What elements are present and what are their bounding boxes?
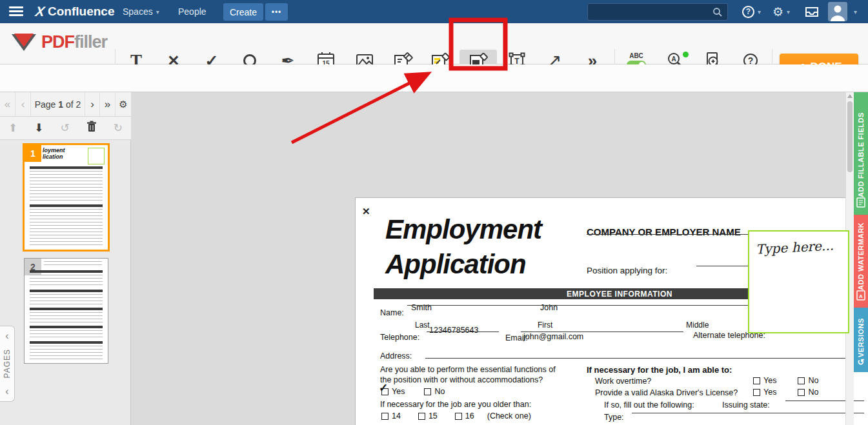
mini-section-bar — [30, 290, 103, 292]
page-number-badge: 1 — [25, 145, 41, 162]
chevron-down-icon: ▾ — [787, 8, 790, 15]
mini-section-bar — [30, 166, 103, 169]
question-functions-2: the position with or without accommodati… — [380, 375, 543, 384]
fillable-fields-icon — [856, 197, 865, 210]
mini-section-bar — [30, 341, 103, 344]
email-value[interactable]: john@gmail.com — [523, 332, 583, 341]
page-navigation: « ‹ Page 1 of 2 › » ⚙ — [0, 92, 131, 117]
confluence-logo[interactable]: X Confluence — [35, 4, 114, 19]
tab-add-watermark[interactable]: ADD WATERMARK A — [854, 215, 868, 308]
first-page-button[interactable]: « — [0, 92, 15, 116]
notifications-tray[interactable] — [805, 0, 819, 23]
mini-text-lines — [44, 261, 102, 268]
options-bar: ↶ ↷ To enter data on this form, click an… — [0, 64, 868, 92]
person-icon — [828, 2, 847, 21]
chevron-down-icon: ▾ — [854, 8, 857, 15]
document-title: Employment Application — [385, 212, 541, 282]
page-thumbnail-2[interactable]: 2 — [24, 258, 108, 364]
issuing-state-label: Issuing state: — [722, 400, 770, 410]
first-caption: First — [538, 321, 552, 330]
nav-spaces[interactable]: Spaces▾ — [123, 0, 159, 23]
position-label: Position applying for: — [587, 266, 667, 275]
mini-text-lines — [30, 346, 103, 360]
hamburger-menu-icon[interactable] — [9, 6, 23, 17]
document-canvas[interactable]: ✕ Employment Application COMPANY OR EMPL… — [131, 92, 845, 425]
close-icon[interactable]: ✕ — [362, 206, 370, 217]
checkbox-yes[interactable] — [753, 377, 760, 384]
pdffiller-logo-icon — [12, 34, 36, 51]
global-search — [587, 3, 728, 21]
mini-text-lines — [30, 330, 103, 339]
functions-yesno-row: Yes No — [381, 387, 445, 396]
scrollbar-thumb[interactable] — [847, 101, 853, 172]
watermark-icon: A — [856, 290, 865, 302]
last-page-button[interactable]: » — [100, 92, 116, 116]
checkbox-16[interactable] — [455, 413, 462, 420]
mini-typehere-box — [88, 148, 105, 164]
status-dot-icon — [683, 52, 689, 57]
page-actions: ⬆ ⬇ ↺ ↻ — [0, 117, 131, 140]
mini-section-bar — [30, 326, 103, 328]
help-menu[interactable]: ? ▾ — [742, 0, 761, 23]
rotate-right-icon[interactable]: ↻ — [114, 121, 123, 135]
question-functions-1: Are you able to perform the essential fu… — [380, 365, 556, 374]
move-page-up-icon[interactable]: ⬆ — [8, 121, 17, 135]
page-thumbnail-1[interactable]: 1 loyment lication — [23, 143, 110, 252]
checkbox-no[interactable] — [798, 389, 805, 396]
middle-caption: Middle — [686, 321, 709, 330]
versions-history-icon: ↺ — [858, 357, 865, 367]
more-actions-button[interactable]: ••• — [265, 3, 288, 21]
mini-section-bar — [30, 204, 103, 207]
mini-text-lines — [30, 209, 103, 245]
rotate-left-icon[interactable]: ↺ — [61, 121, 70, 135]
page-settings-gear-icon[interactable]: ⚙ — [116, 92, 131, 116]
ifso-label: If so, fill out the following: — [604, 400, 694, 410]
tab-add-fillable-fields[interactable]: ADD FILLABLE FIELDS — [854, 92, 868, 215]
form-line — [632, 413, 864, 413]
profile-menu-caret[interactable]: ▾ — [851, 0, 857, 23]
create-button[interactable]: Create — [223, 3, 263, 21]
typehere-placeholder: Type here... — [755, 237, 848, 257]
pages-panel-collapse-tab[interactable]: ‹ PAGES ‹ — [0, 326, 15, 402]
checkbox-14[interactable] — [381, 413, 389, 420]
checkbox-yes[interactable] — [753, 389, 760, 396]
mini-text-lines — [30, 312, 103, 324]
help-icon: ? — [742, 6, 754, 18]
pdffiller-logo[interactable]: PDFfiller — [12, 32, 107, 52]
next-page-button[interactable]: › — [85, 92, 100, 116]
delete-page-icon[interactable] — [86, 121, 97, 135]
prev-page-button[interactable]: ‹ — [15, 92, 31, 116]
chevron-left-icon: ‹ — [5, 330, 8, 342]
svg-text:A: A — [671, 55, 676, 63]
global-search-input[interactable] — [588, 7, 712, 17]
last-caption: Last — [415, 321, 430, 330]
user-avatar[interactable] — [828, 2, 847, 21]
confluence-logo-text: Confluence — [48, 5, 114, 19]
scroll-up-icon[interactable] — [847, 94, 853, 98]
settings-menu[interactable]: ⚙ ▾ — [772, 0, 790, 23]
checkbox-no[interactable] — [424, 388, 431, 395]
form-line — [427, 331, 499, 332]
confluence-logo-icon: X — [34, 4, 45, 19]
phone-label: Telephone: — [380, 333, 419, 342]
document-page[interactable]: ✕ Employment Application COMPANY OR EMPL… — [355, 197, 868, 425]
checkbox-no[interactable] — [798, 377, 805, 384]
search-icon[interactable] — [712, 7, 723, 17]
page-indicator: Page 1 of 2 — [31, 99, 85, 110]
chevron-down-icon: ▾ — [156, 8, 159, 15]
app-window: X Confluence Spaces▾ People Create ••• ?… — [0, 0, 868, 425]
typehere-field[interactable]: Type here... — [748, 230, 849, 333]
nav-people[interactable]: People — [178, 0, 207, 23]
pages-panel: « ‹ Page 1 of 2 › » ⚙ ⬆ ⬇ ↺ ↻ 1 loyment … — [0, 92, 131, 425]
mini-text-lines — [30, 171, 103, 202]
license-yesno-row: Yes No — [753, 388, 818, 397]
phone-value[interactable]: 12346785643 — [429, 326, 478, 335]
checkbox-15[interactable] — [418, 413, 425, 420]
license-question: Provide a valid Alaska Driver's License? — [595, 388, 738, 397]
tab-versions[interactable]: VERSIONS ↺ — [854, 308, 868, 372]
mini-section-bar — [30, 308, 103, 310]
chevron-left-icon: ‹ — [5, 386, 8, 397]
form-line — [521, 331, 683, 332]
move-page-down-icon[interactable]: ⬇ — [34, 121, 43, 135]
right-column-header: If necessary for the job, I am able to: — [587, 365, 732, 375]
